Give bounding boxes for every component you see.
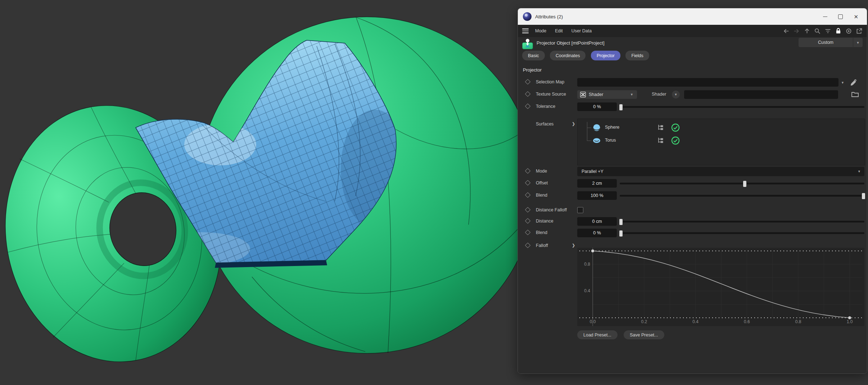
enabled-check-icon[interactable] xyxy=(671,136,680,145)
section-header: Projector xyxy=(518,67,867,74)
surface-item-label: Sphere xyxy=(605,125,619,130)
falloff-label: Falloff xyxy=(536,243,548,248)
selection-map-input[interactable] xyxy=(577,78,838,87)
tolerance-row: Tolerance 0 % xyxy=(518,102,867,111)
keyframe-diamond-icon[interactable] xyxy=(525,192,531,198)
mode-value: Parallel +Y xyxy=(582,169,603,174)
preset-dropdown[interactable]: Custom ▼ xyxy=(799,38,863,47)
tab-bar: Basic Coordinates Projector Fields xyxy=(518,51,867,60)
up-arrow-icon[interactable] xyxy=(803,27,810,35)
maximize-button[interactable] xyxy=(838,14,843,19)
cinema4d-workspace: { "window": { "title": "Attributes (2)" … xyxy=(0,0,868,385)
filter-icon[interactable] xyxy=(824,27,831,35)
blend-value-field[interactable]: 100 % xyxy=(577,191,617,200)
folder-icon[interactable] xyxy=(851,91,859,99)
minimize-button[interactable] xyxy=(823,17,827,17)
texture-source-dropdown[interactable]: Shader ▼ xyxy=(577,90,637,99)
distance-slider[interactable] xyxy=(620,217,864,226)
x-tick-label: 0.2 xyxy=(641,319,647,324)
slider-handle[interactable] xyxy=(862,193,865,200)
keyframe-diamond-icon[interactable] xyxy=(525,180,531,186)
chevron-down-icon: ▼ xyxy=(858,170,861,173)
tab-projector[interactable]: Projector xyxy=(591,51,620,60)
torus-icon xyxy=(593,137,601,145)
object-header-row: Projector Object [mtPointProject] Custom… xyxy=(518,38,867,49)
surface-item-torus[interactable]: Torus xyxy=(578,135,865,146)
back-arrow-icon[interactable] xyxy=(782,27,790,35)
curve-point-start[interactable] xyxy=(591,249,594,252)
distance-falloff-checkbox[interactable] xyxy=(577,207,583,213)
eyedropper-icon[interactable] xyxy=(850,78,858,87)
panel-menubar: Mode Edit User Data xyxy=(518,25,867,37)
tab-basic[interactable]: Basic xyxy=(522,51,545,60)
shader-slot-label: Shader xyxy=(652,92,666,97)
chevron-down-icon: ▼ xyxy=(856,41,860,45)
blend-2-slider[interactable] xyxy=(620,228,864,238)
keyframe-diamond-icon[interactable] xyxy=(525,104,531,109)
x-tick-label: 0.6 xyxy=(744,319,750,324)
offset-value-field[interactable]: 2 cm xyxy=(577,179,617,188)
x-tick-label: 0.4 xyxy=(692,319,699,324)
keyframe-diamond-icon[interactable] xyxy=(525,243,531,248)
expander-icon[interactable]: ❯ xyxy=(572,122,575,126)
keyframe-diamond-icon[interactable] xyxy=(525,230,531,235)
popout-icon[interactable] xyxy=(855,27,863,35)
section-title: Projector xyxy=(523,67,542,73)
save-preset-button[interactable]: Save Preset... xyxy=(624,330,664,339)
offset-label: Offset xyxy=(536,180,548,185)
blend-2-value-field[interactable]: 0 % xyxy=(577,229,617,237)
lock-icon[interactable] xyxy=(835,27,842,35)
expander-icon[interactable]: ❯ xyxy=(572,243,575,248)
close-button[interactable]: ✕ xyxy=(854,14,858,19)
offset-slider[interactable] xyxy=(620,179,864,188)
sphere-icon xyxy=(593,124,601,132)
forward-arrow-icon[interactable] xyxy=(793,27,800,35)
object-name: Projector Object [mtPointProject] xyxy=(537,40,605,46)
chevron-down-icon[interactable]: ▼ xyxy=(841,81,844,84)
mode-label: Mode xyxy=(536,169,547,174)
keyframe-diamond-icon[interactable] xyxy=(525,91,531,97)
cinema4d-logo-icon xyxy=(523,12,532,21)
attributes-panel: Attributes (2) ✕ Mode Edit User Data xyxy=(517,8,867,374)
menu-user-data[interactable]: User Data xyxy=(571,28,592,33)
menu-edit[interactable]: Edit xyxy=(555,28,563,33)
enabled-check-icon[interactable] xyxy=(671,123,680,132)
window-titlebar[interactable]: Attributes (2) ✕ xyxy=(518,8,867,25)
tab-fields[interactable]: Fields xyxy=(625,51,649,60)
surface-item-sphere[interactable]: Sphere xyxy=(578,122,865,133)
texture-source-value: Shader xyxy=(589,92,603,97)
slider-handle[interactable] xyxy=(619,219,623,225)
hamburger-icon[interactable] xyxy=(522,28,529,33)
blend-slider[interactable] xyxy=(620,191,864,200)
tolerance-label: Tolerance xyxy=(536,104,555,109)
hierarchy-icon[interactable] xyxy=(657,124,665,132)
keyframe-diamond-icon[interactable] xyxy=(525,218,531,224)
shader-link-input[interactable] xyxy=(684,90,838,99)
shader-chevron-button[interactable]: ▼ xyxy=(672,91,680,98)
selection-map-label: Selection Map xyxy=(536,79,564,84)
distance-label: Distance xyxy=(536,219,553,224)
distance-value-field[interactable]: 0 cm xyxy=(577,217,617,226)
keyframe-diamond-icon[interactable] xyxy=(525,79,531,85)
keyframe-diamond-icon[interactable] xyxy=(525,168,531,174)
falloff-curve-editor[interactable]: 0.8 0.4 0.0 0.2 0.4 0.6 0.8 1.0 xyxy=(577,248,864,326)
hierarchy-icon[interactable] xyxy=(657,137,665,145)
distance-row: Distance 0 cm xyxy=(518,217,867,226)
target-icon[interactable] xyxy=(845,27,852,35)
tolerance-value-field[interactable]: 0 % xyxy=(577,102,617,111)
slider-handle[interactable] xyxy=(619,104,623,111)
surfaces-listbox[interactable]: Sphere Torus xyxy=(577,119,865,165)
slider-handle[interactable] xyxy=(619,230,623,237)
tab-coordinates[interactable]: Coordinates xyxy=(550,51,586,60)
search-icon[interactable] xyxy=(814,27,821,35)
mode-row: Mode Parallel +Y ▼ xyxy=(518,167,867,176)
mode-dropdown[interactable]: Parallel +Y ▼ xyxy=(577,167,864,176)
blend-label: Blend xyxy=(536,193,547,198)
curve-point-end[interactable] xyxy=(848,316,851,319)
tolerance-slider[interactable] xyxy=(620,102,864,111)
slider-handle[interactable] xyxy=(743,180,747,187)
keyframe-diamond-icon[interactable] xyxy=(525,207,531,213)
load-preset-button[interactable]: Load Preset... xyxy=(577,330,618,339)
blend-row: Blend 100 % xyxy=(518,191,867,200)
menu-mode[interactable]: Mode xyxy=(535,28,546,33)
